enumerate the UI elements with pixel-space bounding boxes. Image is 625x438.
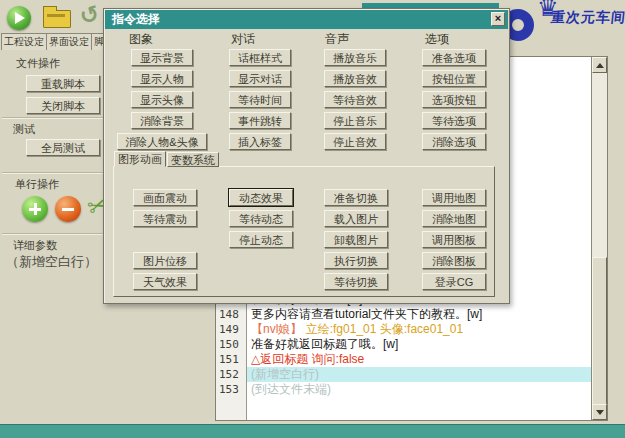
delete-line-icon[interactable] <box>55 196 81 222</box>
arrow-up-icon <box>596 63 604 68</box>
script-row-selected[interactable]: 152 (新增空白行) <box>216 367 607 382</box>
wait-dynamic-button[interactable]: 等待动态 <box>229 210 293 227</box>
folder-mark <box>47 14 65 17</box>
show-avatar-button[interactable]: 显示头像 <box>131 91 193 108</box>
clear-options-button[interactable]: 消除选项 <box>422 133 486 150</box>
logo-text: 重次元车间 <box>550 9 625 27</box>
group-audio-label: 音声 <box>325 31 349 48</box>
arrow-down-icon <box>596 410 604 415</box>
line-operations-label: 单行操作 <box>15 177 59 192</box>
line-number: 148 <box>219 307 245 322</box>
stop-sound-button[interactable]: 停止音效 <box>324 133 386 150</box>
script-row[interactable]: 153 (到达文件末端) <box>216 382 607 397</box>
clear-character-avatar-button[interactable]: 消除人物&头像 <box>117 133 207 150</box>
scrollbar[interactable] <box>591 57 607 420</box>
group-dialogue-label: 对话 <box>231 31 255 48</box>
stop-music-button[interactable]: 停止音乐 <box>324 112 386 129</box>
call-map-button[interactable]: 调用地图 <box>422 189 486 206</box>
wait-time-button[interactable]: 等待时间 <box>229 91 291 108</box>
line-number: 150 <box>219 337 245 352</box>
script-row[interactable]: 150 准备好就返回标题了哦。[w] <box>216 337 607 352</box>
close-icon[interactable]: × <box>491 12 505 26</box>
call-panel-button[interactable]: 调用图板 <box>422 231 486 248</box>
wait-shake-button[interactable]: 等待震动 <box>133 210 197 227</box>
image-offset-button[interactable]: 图片位移 <box>133 252 197 269</box>
dynamic-effect-button[interactable]: 动态效果 <box>229 189 293 206</box>
unload-image-button[interactable]: 卸载图片 <box>324 231 388 248</box>
play-sound-button[interactable]: 播放音效 <box>324 70 386 87</box>
speaker-tag: 【nvl娘】 <box>251 322 302 336</box>
execute-transition-button[interactable]: 执行切换 <box>324 252 388 269</box>
script-row[interactable]: 151 △返回标题 询问:false <box>216 352 607 367</box>
full-test-button[interactable]: 全局测试 <box>26 139 100 156</box>
detail-params-value: （新增空白行） <box>6 253 97 271</box>
group-options-label: 选项 <box>425 31 449 48</box>
show-dialogue-button[interactable]: 显示对话 <box>229 70 291 87</box>
register-cg-button[interactable]: 登录CG <box>422 273 486 290</box>
show-character-button[interactable]: 显示人物 <box>131 70 193 87</box>
dialog-titlebar[interactable]: 指令选择 <box>105 10 508 29</box>
sprite-params: 立绘:fg01_01 头像:face01_01 <box>306 322 463 336</box>
stop-dynamic-button[interactable]: 停止动态 <box>229 231 293 248</box>
scroll-up-button[interactable] <box>592 57 607 73</box>
open-folder-icon[interactable] <box>43 10 71 28</box>
wait-sound-button[interactable]: 等待音效 <box>324 91 386 108</box>
tab-project-settings[interactable]: 工程设定 <box>1 33 47 50</box>
script-row[interactable]: 149 【nvl娘】 立绘:fg01_01 头像:face01_01 <box>216 322 607 337</box>
scroll-down-button[interactable] <box>592 404 607 420</box>
line-text: 更多内容请查看tutorial文件夹下的教程。[w] <box>251 307 589 322</box>
command-selection-dialog: 指令选择 × 图象 对话 音声 选项 显示背景 显示人物 显示头像 消除背景 消… <box>103 8 510 304</box>
wait-transition-button[interactable]: 等待切换 <box>324 273 388 290</box>
line-number: 151 <box>219 352 245 367</box>
close-script-button[interactable]: 关闭脚本 <box>26 97 100 114</box>
detail-params-label: 详细参数 <box>13 238 57 253</box>
line-number: 149 <box>219 322 245 337</box>
line-text: 【nvl娘】 立绘:fg01_01 头像:face01_01 <box>251 322 589 337</box>
line-number: 153 <box>219 382 245 397</box>
run-icon[interactable] <box>7 6 31 30</box>
script-row[interactable]: 148 更多内容请查看tutorial文件夹下的教程。[w] <box>216 307 607 322</box>
prepare-transition-button[interactable]: 准备切换 <box>324 189 388 206</box>
clear-map-button[interactable]: 消除地图 <box>422 210 486 227</box>
clear-panel-button[interactable]: 消除图板 <box>422 252 486 269</box>
button-position-button[interactable]: 按钮位置 <box>422 70 486 87</box>
line-number: 152 <box>219 367 245 382</box>
tab-graphics-animation[interactable]: 图形动画 <box>114 151 166 167</box>
reload-script-button[interactable]: 重载脚本 <box>26 75 100 92</box>
play-music-button[interactable]: 播放音乐 <box>324 49 386 66</box>
tab-variable-system[interactable]: 变数系统 <box>167 152 219 167</box>
scrollbar-thumb[interactable] <box>592 257 607 406</box>
wait-option-button[interactable]: 等待选项 <box>422 112 486 129</box>
line-text: (到达文件末端) <box>251 382 589 397</box>
weather-effect-button[interactable]: 天气效果 <box>133 273 197 290</box>
event-jump-button[interactable]: 事件跳转 <box>229 112 291 129</box>
clear-background-button[interactable]: 消除背景 <box>131 112 193 129</box>
line-text: 准备好就返回标题了哦。[w] <box>251 337 589 352</box>
group-image-label: 图象 <box>129 31 153 48</box>
dialog-box-style-button[interactable]: 话框样式 <box>229 49 291 66</box>
test-label: 测试 <box>13 122 35 137</box>
prepare-options-button[interactable]: 准备选项 <box>422 49 486 66</box>
load-image-button[interactable]: 载入图片 <box>324 210 388 227</box>
add-line-icon[interactable] <box>22 196 48 222</box>
file-operations-label: 文件操作 <box>16 56 60 71</box>
insert-label-button[interactable]: 插入标签 <box>229 133 291 150</box>
line-text: △返回标题 询问:false <box>251 352 589 367</box>
tab-interface-settings[interactable]: 界面设定 <box>46 33 92 50</box>
status-bar <box>0 424 625 438</box>
refresh-icon[interactable]: ↺ <box>77 0 103 31</box>
main-window: ↺ ♛ 重次元车间 工程设定 界面设定 脚本编辑 文件操作 重载脚本 关闭脚本 … <box>0 0 625 438</box>
line-text: (新增空白行) <box>251 367 589 382</box>
show-background-button[interactable]: 显示背景 <box>131 49 193 66</box>
option-button-button[interactable]: 选项按钮 <box>422 91 486 108</box>
screen-shake-button[interactable]: 画面震动 <box>133 189 197 206</box>
play-triangle-icon <box>15 12 25 24</box>
